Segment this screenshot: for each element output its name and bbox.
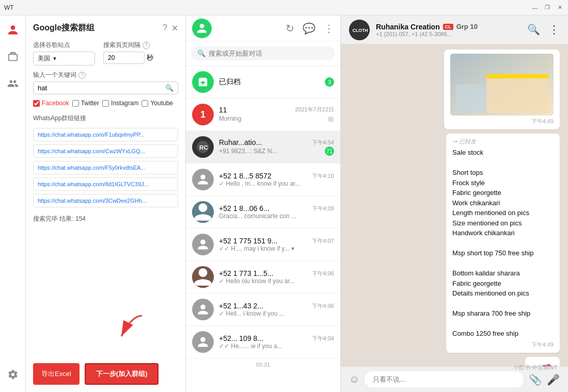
svg-text:RC: RC [199,144,208,151]
bottom-buttons: 导出Excel 下一步(加入群组) [33,358,178,385]
keyword-input[interactable] [38,84,162,92]
watermark: 小红书·外贸狼WT [513,364,558,371]
export-excel-button[interactable]: 导出Excel [33,363,80,385]
chat-info-52-3: +52 1 775 151 9... 下午4:07 ✓✓ H..., may i… [219,237,334,252]
chat-search-inner[interactable]: 🔍 [191,46,335,60]
chat-list-header-icons: ↻ 💬 ⋮ [286,22,334,35]
checkbox-instagram[interactable]: Instagram [102,100,138,107]
chat-header-avatar: CLOTH [349,20,370,40]
chat-info-52-2: +52 1 8...06 6... 下午4:09 Gracia... comun… [219,204,334,220]
link-item[interactable]: https://chat.whatsapp.com/F1ubqvlmyPP... [33,128,178,141]
archived-item[interactable]: 已归档 3 [186,66,340,99]
checkbox-youtube[interactable]: Youtube [141,100,173,107]
site-label: 选择谷歌站点 [33,41,95,50]
mic-icon[interactable]: 🎤 [547,373,560,386]
msg-text-bubble: ↪已转发 Sale stock Short tops Frock style F… [446,134,560,353]
chat-preview-ruhanika: +91 9823...: S&Z N... 71 [219,146,334,156]
chat-preview-52-3: ✓✓ H..., may i know if y... ▾ [219,245,334,252]
chat-input[interactable] [365,371,524,387]
whatsapp-section-label: WhatsApp群组链接 [33,114,178,123]
chat-item-52-1[interactable]: +52 1 8...5 8572 下午4:10 ✓ Hello , m... k… [186,164,340,196]
user-avatar [192,19,212,38]
chat-time-52-4: 下午4:06 [312,270,334,277]
archived-label: 已归档 [219,77,241,87]
next-step-button[interactable]: 下一步(加入群组) [85,363,159,385]
emoji-icon[interactable]: ☺ [349,373,359,385]
svg-rect-10 [486,74,548,78]
svg-rect-9 [486,74,548,113]
bottom-time: 09:31 [186,358,340,371]
close-panel-icon[interactable]: ✕ [171,23,178,33]
titlebar: WT — ❐ ✕ [0,0,568,15]
chat-item-52-4[interactable]: +52 1 773 1...5... 下午4:06 ✓ Hello olu kn… [186,261,340,293]
restore-button[interactable]: ❐ [543,4,551,12]
chat-list-header: ↻ 💬 ⋮ [186,15,340,41]
archived-badge: 3 [325,77,334,87]
chat-item-52-5[interactable]: +52 1...43 2... 下午4:06 ✓ Hell... i know … [186,293,340,326]
panel-title: Google搜索群组 [33,23,94,34]
result-text: 搜索完毕 结果: 154 [33,215,178,223]
site-interval-row: 选择谷歌站点 美国 ▼ 搜索頁页间隔 ? 秒 [33,41,178,66]
checkbox-facebook[interactable]: Facebook [33,100,69,107]
chat-item-52-3[interactable]: +52 1 775 151 9... 下午4:07 ✓✓ H..., may i… [186,228,340,261]
search-chat-icon[interactable]: 🔍 [527,23,540,37]
facebook-label: Facebook [42,100,69,107]
grp-badge: Grp 10 [456,23,478,30]
site-select[interactable]: 美国 ▼ [33,52,95,66]
chat-item-ruhanika[interactable]: RC Ruhar...atio... 下午4:54 +91 9823...: S… [186,131,340,164]
nav-person-icon[interactable] [4,21,22,39]
chat-info-52-1: +52 1 8...5 8572 下午4:10 ✓ Hello , m... k… [219,172,334,187]
checkboxes-row: Facebook Twitter Instagram Youtube [33,100,178,107]
ruhanika-badge: 71 [325,146,334,156]
chat-time-52-2: 下午4:09 [312,205,334,213]
chat-window-header: CLOTH Ruhanika Creation CL Grp 10 +1 (20… [341,15,568,44]
link-item[interactable]: https://chat.whatsapp.com/8d1IGLTVC39J..… [33,177,178,191]
chat-time-52-6: 下午4:04 [312,335,334,342]
msg-image [450,54,554,116]
chat-preview-52-4: ✓ Hello olu know if you ar... [219,277,334,285]
search-icon: 🔍 [197,50,206,57]
help-icon[interactable]: ? [163,23,167,33]
forwarded-label: ↪已转发 [452,138,554,145]
svg-text:CLOTH: CLOTH [352,28,368,33]
keyword-search-icon[interactable]: 🔍 [165,84,173,92]
link-item[interactable]: https://chat.whatsapp.com/CwzWYxLGQ... [33,144,178,158]
link-item[interactable]: https://chat.whatsapp.com/F5y0rkvdtsEA..… [33,161,178,174]
interval-input[interactable] [103,52,145,64]
chat-preview-52-6: ✓✓ He...... w if you a... [219,342,334,350]
nav-settings-icon[interactable] [4,365,22,384]
panel-header: Google搜索群组 ? ✕ [33,23,178,34]
chat-info-52-6: +52... 109 8... 下午4:04 ✓✓ He...... w if … [219,334,334,350]
minimize-button[interactable]: — [531,4,539,12]
chat-preview-52-2: Gracia... comunicarte con ... [219,213,334,220]
keyword-input-row: 🔍 [33,81,178,94]
chat-time-52-3: 下午4:07 [312,237,334,245]
chat-item-11[interactable]: 1 11 2021年7月22日 Morning ⊗ [186,99,340,131]
chat-icon[interactable]: 💬 [303,22,315,35]
close-button[interactable]: ✕ [556,4,564,12]
keyword-help-icon[interactable]: ? [78,72,86,79]
chat-messages: 下午4:49 ↪已转发 Sale stock Short tops Frock … [341,44,568,366]
attach-icon[interactable]: 📎 [529,373,542,386]
chat-avatar-11: 1 [192,104,214,125]
chat-info-ruhanika: Ruhar...atio... 下午4:54 +91 9823...: S&Z … [219,138,334,156]
chat-item-52-6[interactable]: +52... 109 8... 下午4:04 ✓✓ He...... w if … [186,326,340,358]
nav-people-icon[interactable] [4,74,22,93]
interval-help-icon[interactable]: ? [143,42,150,49]
link-item[interactable]: https://chat.whatsapp.com/3CwDee2GHh... [33,194,178,207]
more-chat-icon[interactable]: ⋮ [548,23,560,37]
checkbox-twitter[interactable]: Twitter [72,100,99,107]
chat-search-input[interactable] [209,50,329,57]
more-icon[interactable]: ⋮ [324,22,334,35]
panel-header-icons: ? ✕ [163,23,178,33]
refresh-icon[interactable]: ↻ [286,22,294,35]
cl-badge: CL [443,24,453,30]
chat-item-52-2[interactable]: +52 1 8...06 6... 下午4:09 Gracia... comun… [186,196,340,228]
nav-briefcase-icon[interactable] [4,47,22,66]
chat-preview-52-5: ✓ Hell... i know if you ... [219,310,334,317]
chat-info-11: 11 2021年7月22日 Morning ⊗ [219,106,334,124]
chat-time-52-5: 下午4:06 [312,302,334,310]
chat-info-52-5: +52 1...43 2... 下午4:06 ✓ Hell... i know … [219,302,334,317]
archived-avatar [192,71,214,93]
chat-list: ↻ 💬 ⋮ 🔍 已归档 3 1 [186,15,341,392]
